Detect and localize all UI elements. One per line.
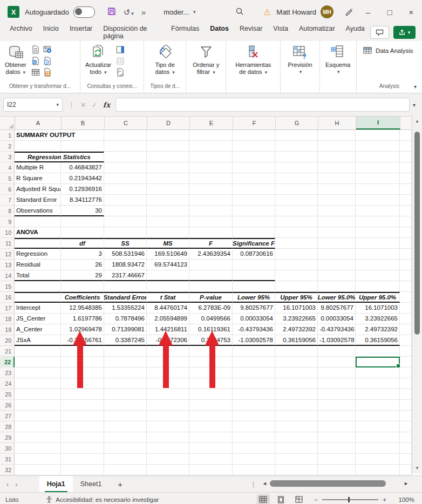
cell-J17[interactable] (400, 303, 412, 314)
cell-G16[interactable]: Upper 95% (275, 292, 318, 303)
cell-G9[interactable] (275, 216, 318, 227)
cell-J1[interactable] (400, 130, 412, 141)
cell-C6[interactable] (104, 184, 147, 195)
cell-B27[interactable] (61, 411, 104, 421)
cell-B2[interactable] (61, 141, 104, 152)
cell-B9[interactable] (61, 216, 104, 227)
cell-C4[interactable] (104, 162, 147, 173)
cell-C24[interactable] (104, 378, 147, 389)
cell-H2[interactable] (318, 141, 356, 152)
cell-J23[interactable] (400, 367, 412, 378)
accessibility-status[interactable]: Accesibilidad: es necesario investigar (26, 496, 159, 503)
cell-A32[interactable] (15, 465, 61, 475)
properties-icon[interactable] (116, 45, 125, 54)
cell-I28[interactable] (356, 421, 400, 432)
cell-A4[interactable]: Multiple R (15, 162, 61, 173)
cell-I10[interactable] (356, 227, 400, 238)
cell-J25[interactable] (400, 389, 412, 400)
cell-G19[interactable]: 2.49732392 (275, 324, 318, 335)
cell-I29[interactable] (356, 432, 400, 443)
save-icon[interactable] (107, 7, 116, 17)
cell-H24[interactable] (318, 378, 356, 389)
user-name[interactable]: Matt Howard (276, 8, 316, 16)
cell-G31[interactable] (275, 454, 318, 465)
cell-H10[interactable] (318, 227, 356, 238)
workbook-links-icon[interactable] (116, 68, 125, 77)
cell-E11[interactable]: F (189, 238, 233, 249)
cell-D27[interactable] (147, 411, 189, 421)
cell-J10[interactable] (400, 227, 412, 238)
row-header-1[interactable]: 1 (0, 130, 15, 141)
row-header-4[interactable]: 4 (0, 162, 15, 173)
group-label[interactable]: Obtener y transformar d... (2, 82, 78, 93)
cell-I15[interactable] (356, 281, 400, 292)
cell-D10[interactable] (147, 227, 189, 238)
cell-I4[interactable] (356, 162, 400, 173)
cell-B4[interactable]: 0.46843827 (61, 162, 104, 173)
cell-A29[interactable] (15, 432, 61, 443)
cell-B8[interactable]: 30 (61, 206, 104, 216)
autosave-toggle[interactable] (73, 6, 95, 18)
cell-D4[interactable] (147, 162, 189, 173)
cell-I32[interactable] (356, 465, 400, 475)
cell-I24[interactable] (356, 378, 400, 389)
cell-H4[interactable] (318, 162, 356, 173)
column-header-C[interactable]: C (105, 117, 147, 130)
cell-D6[interactable] (147, 184, 189, 195)
row-header-8[interactable]: 8 (0, 206, 15, 216)
cell-H31[interactable] (318, 454, 356, 465)
tab-insertar[interactable]: Insertar (64, 22, 98, 43)
pen-icon[interactable] (345, 7, 353, 17)
cell-C29[interactable] (104, 432, 147, 443)
cell-J12[interactable] (400, 249, 412, 260)
cell-F13[interactable] (233, 260, 275, 270)
row-header-27[interactable]: 27 (0, 411, 15, 421)
cell-G18[interactable]: 3.23922665 (275, 314, 318, 324)
cell-D3[interactable] (147, 152, 189, 162)
cell-C12[interactable]: 508.531946 (104, 249, 147, 260)
cell-F8[interactable] (233, 206, 275, 216)
cell-A18[interactable]: JS_Center (15, 314, 61, 324)
row-header-13[interactable]: 13 (0, 260, 15, 270)
close-button[interactable]: × (400, 8, 422, 17)
cell-B7[interactable]: 8.34112776 (61, 195, 104, 206)
fill-handle[interactable] (396, 364, 400, 368)
cell-G12[interactable] (275, 249, 318, 260)
cell-F23[interactable] (233, 367, 275, 378)
cell-D31[interactable] (147, 454, 189, 465)
cell-C10[interactable] (104, 227, 147, 238)
cell-H7[interactable] (318, 195, 356, 206)
sort-filter-button[interactable]: Ordenar y filtrar ▾ (190, 43, 222, 78)
cell-H13[interactable] (318, 260, 356, 270)
cell-C15[interactable] (104, 281, 147, 292)
cell-H25[interactable] (318, 389, 356, 400)
tab-inicio[interactable]: Inicio (38, 22, 64, 43)
cell-A13[interactable]: Residual (15, 260, 61, 270)
cell-G3[interactable] (275, 152, 318, 162)
from-picture-icon[interactable] (43, 45, 52, 54)
cell-F24[interactable] (233, 378, 275, 389)
cell-J29[interactable] (400, 432, 412, 443)
cell-F15[interactable] (233, 281, 275, 292)
cell-E10[interactable] (189, 227, 233, 238)
cell-B32[interactable] (61, 465, 104, 475)
cell-G8[interactable] (275, 206, 318, 216)
row-header-5[interactable]: 5 (0, 173, 15, 184)
cell-I5[interactable] (356, 173, 400, 184)
cell-D5[interactable] (147, 173, 189, 184)
cell-E14[interactable] (189, 270, 233, 281)
avatar[interactable]: MH (321, 5, 333, 18)
cell-G30[interactable] (275, 443, 318, 454)
cell-G14[interactable] (275, 270, 318, 281)
cell-B25[interactable] (61, 389, 104, 400)
row-header-12[interactable]: 12 (0, 249, 15, 260)
cell-E32[interactable] (189, 465, 233, 475)
from-web-icon[interactable] (31, 57, 40, 65)
add-sheet-button[interactable]: + (109, 480, 131, 489)
row-header-22[interactable]: 22 (0, 357, 15, 367)
column-header-I[interactable]: I (356, 117, 400, 130)
cell-G1[interactable] (275, 130, 318, 141)
cell-H32[interactable] (318, 465, 356, 475)
cell-E18[interactable]: 0.0499566 (189, 314, 233, 324)
cell-F17[interactable]: 9.80257677 (233, 303, 275, 314)
